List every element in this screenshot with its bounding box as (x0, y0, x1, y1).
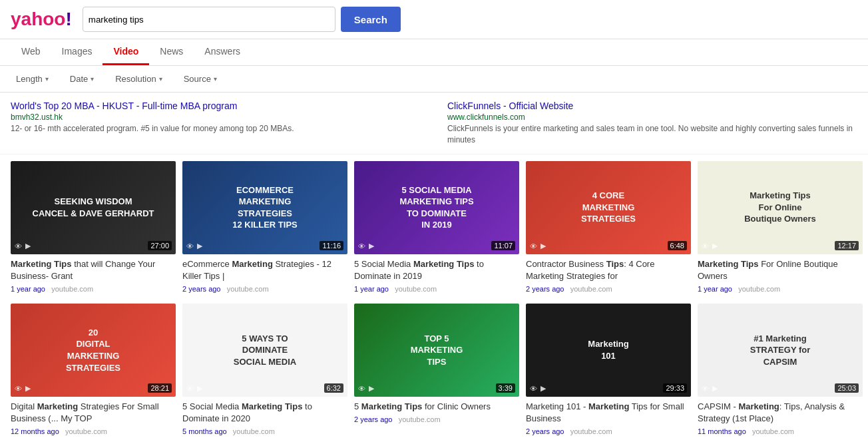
video-info: 5 Marketing Tips for Clinic Owners 2 yea… (354, 397, 519, 423)
tab-answers[interactable]: Answers (194, 39, 251, 65)
video-thumbnail: TOP 5MARKETINGTIPS 👁 ▶ 3:39 (354, 304, 519, 397)
filter-date[interactable]: Date ▾ (65, 71, 99, 87)
video-info: Digital Marketing Strategies For Small B… (11, 397, 176, 435)
nav-tabs: Web Images Video News Answers (0, 39, 868, 66)
video-source: youtube.com (233, 427, 275, 435)
video-meta: 1 year ago youtube.com (354, 285, 519, 293)
video-info: 5 Social Media Marketing Tips to Dominat… (354, 254, 519, 293)
filter-source[interactable]: Source ▾ (178, 71, 222, 87)
video-source: youtube.com (51, 285, 93, 293)
video-duration: 28:21 (148, 383, 172, 393)
play-icon: ▶ (369, 384, 374, 393)
video-info: Contractor Business Tips: 4 Core Marketi… (526, 254, 691, 293)
view-icon: 👁 (186, 385, 194, 393)
filter-source-label: Source (184, 74, 211, 84)
yahoo-logo[interactable]: yahoo! (11, 9, 72, 30)
video-age: 1 year ago (11, 285, 45, 293)
video-info: Marketing 101 - Marketing Tips for Small… (526, 397, 691, 435)
play-icon: ▶ (197, 384, 202, 393)
tab-images[interactable]: Images (51, 39, 103, 65)
video-meta: 1 year ago youtube.com (11, 285, 176, 293)
video-card-1[interactable]: 20DIGITALMARKETINGSTRATEGIES 👁 ▶ 28:21 D… (11, 304, 176, 435)
video-duration: 12:17 (835, 241, 859, 250)
filter-resolution[interactable]: Resolution ▾ (110, 71, 167, 87)
video-row-2: 20DIGITALMARKETINGSTRATEGIES 👁 ▶ 28:21 D… (11, 304, 857, 435)
video-meta: 2 years ago youtube.com (354, 415, 519, 423)
video-meta: 2 years ago youtube.com (526, 285, 691, 293)
video-card-5[interactable]: Marketing TipsFor OnlineBoutique Owners … (698, 161, 863, 293)
video-age: 1 year ago (698, 285, 732, 293)
video-meta: 11 months ago youtube.com (698, 427, 863, 435)
video-title: Marketing Tips For Online Boutique Owner… (698, 258, 863, 282)
tab-web[interactable]: Web (11, 39, 51, 65)
video-source: youtube.com (399, 415, 441, 423)
video-source: youtube.com (65, 427, 107, 435)
video-meta: 1 year ago youtube.com (698, 285, 863, 293)
view-icon: 👁 (358, 242, 365, 250)
video-title: 5 Marketing Tips for Clinic Owners (354, 401, 519, 413)
tab-video[interactable]: Video (103, 39, 149, 65)
ad-2-desc: ClickFunnels is your entire marketing an… (447, 124, 853, 144)
video-source: youtube.com (570, 285, 612, 293)
search-input[interactable] (83, 7, 335, 32)
tab-news[interactable]: News (149, 39, 194, 65)
view-icon: 👁 (702, 242, 709, 250)
video-source: youtube.com (227, 285, 269, 293)
ad-2-url: www.clickfunnels.com (447, 112, 857, 122)
view-icon: 👁 (530, 385, 537, 393)
view-icon: 👁 (702, 385, 709, 393)
video-duration: 11:16 (320, 241, 343, 250)
video-duration: 25:03 (835, 383, 859, 393)
play-icon: ▶ (25, 242, 31, 250)
video-age: 2 years ago (354, 415, 392, 423)
video-meta: 5 months ago youtube.com (182, 427, 347, 435)
video-source: youtube.com (570, 427, 612, 435)
video-title: Marketing 101 - Marketing Tips for Small… (526, 401, 691, 425)
ad-1-title[interactable]: World's Top 20 MBA - HKUST - Full-time M… (11, 101, 421, 111)
video-card-4[interactable]: Marketing101 👁 ▶ 29:33 Marketing 101 - M… (526, 304, 691, 435)
video-info: Marketing Tips For Online Boutique Owner… (698, 254, 863, 293)
play-icon: ▶ (197, 242, 202, 250)
search-button[interactable]: Search (341, 7, 401, 32)
play-icon: ▶ (541, 384, 546, 393)
video-age: 11 months ago (698, 427, 746, 435)
play-icon: ▶ (541, 242, 546, 250)
video-info: eCommerce Marketing Strategies - 12 Kill… (182, 254, 347, 293)
video-card-2[interactable]: ECOMMERCEMARKETINGSTRATEGIES12 KILLER TI… (182, 161, 347, 293)
view-icon: 👁 (186, 242, 194, 250)
video-thumbnail: 5 WAYS TODOMINATESOCIAL MEDIA 👁 ▶ 6:32 (182, 304, 347, 397)
video-duration: 11:07 (491, 241, 515, 250)
video-card-2[interactable]: 5 WAYS TODOMINATESOCIAL MEDIA 👁 ▶ 6:32 5… (182, 304, 347, 435)
filter-length[interactable]: Length ▾ (11, 71, 54, 87)
filter-date-arrow: ▾ (91, 75, 94, 83)
video-duration: 27:00 (148, 241, 172, 250)
filter-length-arrow: ▾ (45, 75, 49, 83)
video-age: 2 years ago (182, 285, 220, 293)
filter-resolution-label: Resolution (115, 74, 156, 84)
video-meta: 2 years ago youtube.com (526, 427, 691, 435)
video-age: 2 years ago (526, 427, 564, 435)
video-thumbnail: Marketing101 👁 ▶ 29:33 (526, 304, 691, 397)
video-source: youtube.com (752, 427, 794, 435)
video-age: 1 year ago (354, 285, 389, 293)
view-icon: 👁 (530, 242, 537, 250)
video-row-1: SEEKING WISDOMCANCEL & DAVE GERHARDT 👁 ▶… (11, 161, 857, 293)
video-title: eCommerce Marketing Strategies - 12 Kill… (182, 258, 347, 282)
play-icon: ▶ (369, 242, 374, 250)
video-card-1[interactable]: SEEKING WISDOMCANCEL & DAVE GERHARDT 👁 ▶… (11, 161, 176, 293)
video-thumbnail: ECOMMERCEMARKETINGSTRATEGIES12 KILLER TI… (182, 161, 347, 254)
video-info: 5 Social Media Marketing Tips to Dominat… (182, 397, 347, 435)
play-icon: ▶ (25, 384, 31, 393)
video-card-3[interactable]: 5 SOCIAL MEDIAMARKETING TIPSTO DOMINATEI… (354, 161, 519, 293)
video-title: 5 Social Media Marketing Tips to Dominat… (182, 401, 347, 425)
video-card-4[interactable]: 4 COREMARKETINGSTRATEGIES 👁 ▶ 6:48 Contr… (526, 161, 691, 293)
video-card-3[interactable]: TOP 5MARKETINGTIPS 👁 ▶ 3:39 5 Marketing … (354, 304, 519, 435)
video-title: Digital Marketing Strategies For Small B… (11, 401, 176, 425)
video-duration: 29:33 (663, 383, 687, 393)
video-card-5[interactable]: #1 MarketingSTRATEGY forCAPSIM 👁 ▶ 25:03… (698, 304, 863, 435)
filter-resolution-arrow: ▾ (159, 75, 162, 83)
ad-2-title[interactable]: ClickFunnels - Official Website (447, 101, 857, 111)
filter-date-label: Date (70, 74, 88, 84)
ad-1-desc: 12- or 16- mth accelerated program. #5 i… (11, 124, 294, 133)
filters-bar: Length ▾ Date ▾ Resolution ▾ Source ▾ (0, 66, 868, 93)
